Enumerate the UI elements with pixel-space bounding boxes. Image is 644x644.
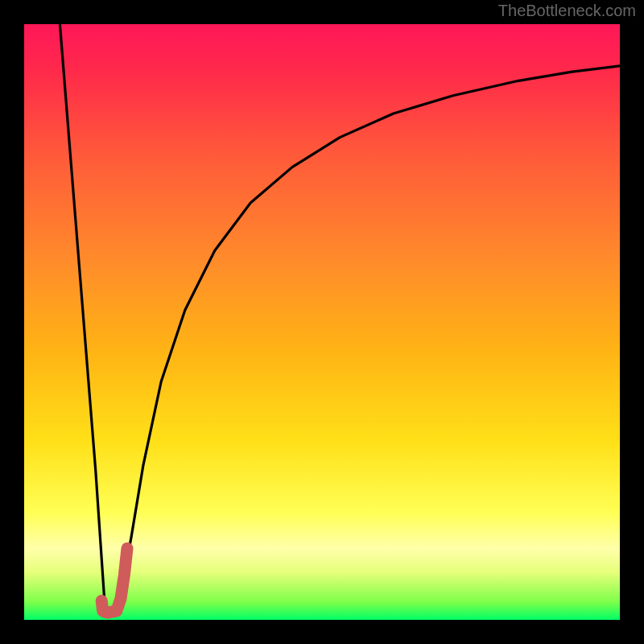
- curve-layer: [24, 24, 620, 620]
- chart-container: TheBottleneck.com: [0, 0, 644, 644]
- series-left-branch: [60, 24, 104, 602]
- series-j-mark: [101, 548, 127, 613]
- plot-area: [24, 24, 620, 620]
- series-right-branch: [119, 66, 620, 602]
- watermark-text: TheBottleneck.com: [498, 2, 636, 20]
